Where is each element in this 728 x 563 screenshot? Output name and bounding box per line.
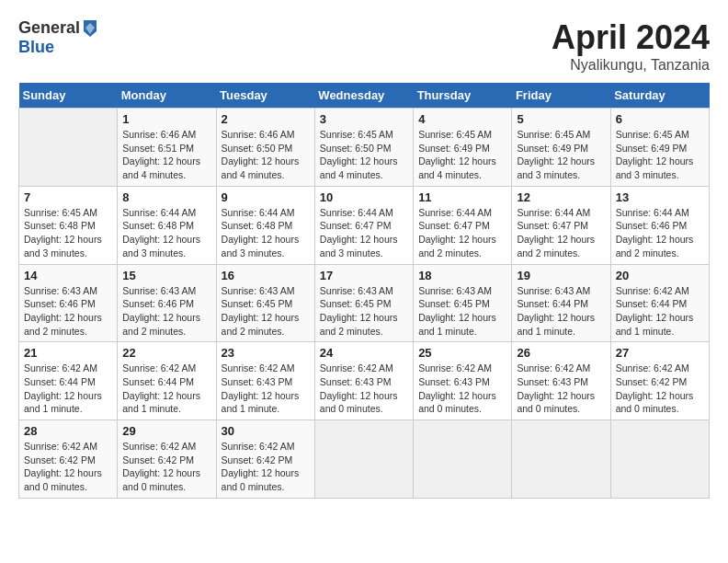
day-number: 8 (122, 190, 210, 204)
day-number: 3 (320, 112, 408, 126)
calendar-cell: 22Sunrise: 6:42 AMSunset: 6:44 PMDayligh… (118, 342, 216, 420)
cell-detail: Sunrise: 6:42 AMSunset: 6:42 PMDaylight:… (24, 440, 112, 494)
calendar-week-row: 14Sunrise: 6:43 AMSunset: 6:46 PMDayligh… (19, 264, 710, 342)
day-number: 24 (320, 346, 408, 360)
day-number: 6 (616, 112, 704, 126)
header-day-monday: Monday (118, 83, 216, 109)
day-number: 25 (418, 346, 506, 360)
day-number: 14 (24, 269, 112, 282)
title-location: Nyalikungu, Tanzania (552, 57, 710, 74)
day-number: 7 (24, 190, 112, 204)
day-number: 17 (320, 269, 408, 282)
day-number: 18 (418, 269, 506, 282)
title-block: April 2024 Nyalikungu, Tanzania (552, 18, 710, 74)
day-number: 2 (222, 112, 310, 126)
calendar-cell (19, 109, 118, 187)
day-number: 1 (122, 112, 210, 126)
calendar-cell: 5Sunrise: 6:45 AMSunset: 6:49 PMDaylight… (512, 109, 610, 187)
header-day-saturday: Saturday (610, 83, 709, 109)
cell-detail: Sunrise: 6:44 AMSunset: 6:47 PMDaylight:… (418, 206, 506, 260)
calendar-week-row: 1Sunrise: 6:46 AMSunset: 6:51 PMDaylight… (19, 109, 710, 187)
calendar-cell: 10Sunrise: 6:44 AMSunset: 6:47 PMDayligh… (314, 186, 413, 264)
calendar-cell (414, 420, 512, 499)
title-month: April 2024 (552, 18, 710, 57)
cell-detail: Sunrise: 6:45 AMSunset: 6:49 PMDaylight:… (517, 128, 605, 182)
cell-detail: Sunrise: 6:42 AMSunset: 6:42 PMDaylight:… (616, 362, 704, 416)
calendar-cell (610, 420, 709, 499)
calendar-cell: 1Sunrise: 6:46 AMSunset: 6:51 PMDaylight… (118, 109, 216, 187)
calendar-cell: 28Sunrise: 6:42 AMSunset: 6:42 PMDayligh… (19, 420, 118, 499)
calendar-cell: 17Sunrise: 6:43 AMSunset: 6:45 PMDayligh… (314, 264, 413, 342)
calendar-cell: 4Sunrise: 6:45 AMSunset: 6:49 PMDaylight… (414, 109, 512, 187)
calendar-cell: 27Sunrise: 6:42 AMSunset: 6:42 PMDayligh… (610, 342, 709, 420)
calendar-cell: 3Sunrise: 6:45 AMSunset: 6:50 PMDaylight… (314, 109, 413, 187)
cell-detail: Sunrise: 6:44 AMSunset: 6:48 PMDaylight:… (222, 206, 310, 260)
day-number: 20 (616, 269, 704, 282)
cell-detail: Sunrise: 6:43 AMSunset: 6:45 PMDaylight:… (320, 284, 408, 339)
cell-detail: Sunrise: 6:45 AMSunset: 6:49 PMDaylight:… (616, 128, 704, 182)
cell-detail: Sunrise: 6:42 AMSunset: 6:43 PMDaylight:… (320, 362, 408, 416)
calendar-week-row: 28Sunrise: 6:42 AMSunset: 6:42 PMDayligh… (19, 420, 710, 499)
day-number: 28 (24, 424, 112, 438)
cell-detail: Sunrise: 6:45 AMSunset: 6:49 PMDaylight:… (418, 128, 506, 182)
day-number: 30 (222, 424, 310, 438)
day-number: 26 (517, 346, 605, 360)
calendar-cell (512, 420, 610, 499)
day-number: 4 (418, 112, 506, 126)
calendar-cell: 9Sunrise: 6:44 AMSunset: 6:48 PMDaylight… (216, 186, 314, 264)
calendar-cell: 7Sunrise: 6:45 AMSunset: 6:48 PMDaylight… (19, 186, 118, 264)
cell-detail: Sunrise: 6:42 AMSunset: 6:44 PMDaylight:… (24, 362, 112, 416)
day-number: 16 (222, 269, 310, 282)
cell-detail: Sunrise: 6:45 AMSunset: 6:48 PMDaylight:… (24, 206, 112, 260)
calendar-cell (314, 420, 413, 499)
header-day-sunday: Sunday (19, 83, 118, 109)
calendar-header-row: SundayMondayTuesdayWednesdayThursdayFrid… (19, 83, 710, 109)
calendar-cell: 15Sunrise: 6:43 AMSunset: 6:46 PMDayligh… (118, 264, 216, 342)
calendar-cell: 26Sunrise: 6:42 AMSunset: 6:43 PMDayligh… (512, 342, 610, 420)
day-number: 21 (24, 346, 112, 360)
header-day-tuesday: Tuesday (216, 83, 314, 109)
calendar-cell: 16Sunrise: 6:43 AMSunset: 6:45 PMDayligh… (216, 264, 314, 342)
calendar-week-row: 21Sunrise: 6:42 AMSunset: 6:44 PMDayligh… (19, 342, 710, 420)
calendar-week-row: 7Sunrise: 6:45 AMSunset: 6:48 PMDaylight… (19, 186, 710, 264)
day-number: 10 (320, 190, 408, 204)
day-number: 29 (122, 424, 210, 438)
logo: General Blue (18, 18, 100, 57)
calendar-cell: 6Sunrise: 6:45 AMSunset: 6:49 PMDaylight… (610, 109, 709, 187)
day-number: 5 (517, 112, 605, 126)
day-number: 13 (616, 190, 704, 204)
logo-general: General (18, 19, 80, 38)
day-number: 9 (222, 190, 310, 204)
header-day-thursday: Thursday (414, 83, 512, 109)
cell-detail: Sunrise: 6:46 AMSunset: 6:50 PMDaylight:… (222, 128, 310, 182)
cell-detail: Sunrise: 6:42 AMSunset: 6:43 PMDaylight:… (222, 362, 310, 416)
cell-detail: Sunrise: 6:43 AMSunset: 6:45 PMDaylight:… (418, 284, 506, 339)
calendar-cell: 24Sunrise: 6:42 AMSunset: 6:43 PMDayligh… (314, 342, 413, 420)
cell-detail: Sunrise: 6:42 AMSunset: 6:42 PMDaylight:… (222, 440, 310, 494)
calendar-cell: 8Sunrise: 6:44 AMSunset: 6:48 PMDaylight… (118, 186, 216, 264)
calendar-cell: 2Sunrise: 6:46 AMSunset: 6:50 PMDaylight… (216, 109, 314, 187)
cell-detail: Sunrise: 6:46 AMSunset: 6:51 PMDaylight:… (122, 128, 210, 182)
calendar-cell: 11Sunrise: 6:44 AMSunset: 6:47 PMDayligh… (414, 186, 512, 264)
cell-detail: Sunrise: 6:42 AMSunset: 6:43 PMDaylight:… (418, 362, 506, 416)
cell-detail: Sunrise: 6:45 AMSunset: 6:50 PMDaylight:… (320, 128, 408, 182)
calendar-table: SundayMondayTuesdayWednesdayThursdayFrid… (18, 83, 710, 499)
cell-detail: Sunrise: 6:43 AMSunset: 6:45 PMDaylight:… (222, 284, 310, 339)
calendar-cell: 25Sunrise: 6:42 AMSunset: 6:43 PMDayligh… (414, 342, 512, 420)
cell-detail: Sunrise: 6:43 AMSunset: 6:46 PMDaylight:… (24, 284, 112, 339)
cell-detail: Sunrise: 6:42 AMSunset: 6:44 PMDaylight:… (122, 362, 210, 416)
calendar-cell: 21Sunrise: 6:42 AMSunset: 6:44 PMDayligh… (19, 342, 118, 420)
logo-icon (82, 18, 98, 39)
day-number: 12 (517, 190, 605, 204)
logo-blue: Blue (18, 39, 100, 57)
calendar-cell: 12Sunrise: 6:44 AMSunset: 6:47 PMDayligh… (512, 186, 610, 264)
logo-text: General Blue (18, 18, 100, 57)
day-number: 11 (418, 190, 506, 204)
day-number: 15 (122, 269, 210, 282)
cell-detail: Sunrise: 6:42 AMSunset: 6:42 PMDaylight:… (122, 440, 210, 494)
calendar-cell: 18Sunrise: 6:43 AMSunset: 6:45 PMDayligh… (414, 264, 512, 342)
cell-detail: Sunrise: 6:44 AMSunset: 6:46 PMDaylight:… (616, 206, 704, 260)
calendar-cell: 29Sunrise: 6:42 AMSunset: 6:42 PMDayligh… (118, 420, 216, 499)
calendar-cell: 13Sunrise: 6:44 AMSunset: 6:46 PMDayligh… (610, 186, 709, 264)
cell-detail: Sunrise: 6:43 AMSunset: 6:44 PMDaylight:… (517, 284, 605, 339)
